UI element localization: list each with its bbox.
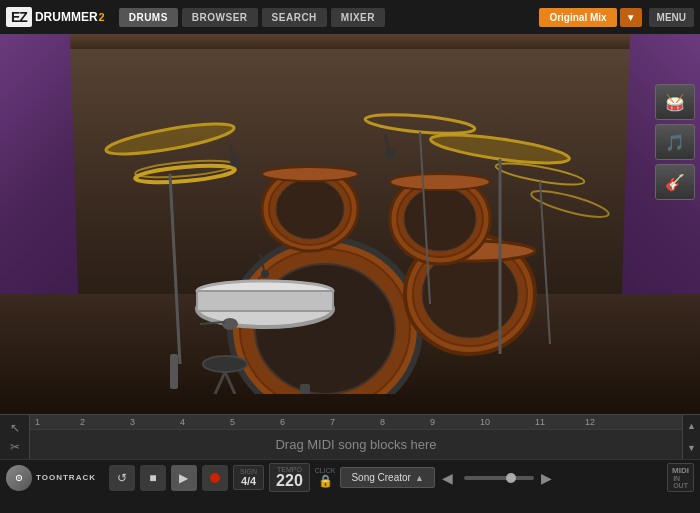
click-box: Click 🔒 [315,467,336,488]
scroll-up[interactable]: ▲ [687,421,696,431]
toontrack-logo: ⊙ TOONTRACK [6,465,96,491]
menu-button[interactable]: MENU [649,8,694,27]
hand-icon-button[interactable]: 🥁 [655,84,695,120]
volume-icon: ◀ [442,470,453,486]
svg-point-40 [222,318,238,330]
midi-label: MIDI [672,466,689,475]
ruler-11: 11 [535,417,545,427]
preset-name-button[interactable]: Original Mix [539,8,616,27]
sign-value: 4/4 [241,475,256,487]
tt-circle-text: ⊙ [15,473,23,483]
timeline-ruler: 1 2 3 4 5 6 7 8 9 10 11 12 Drag MIDI son… [30,415,682,459]
timeline: ↖ ✂ 1 2 3 4 5 6 7 8 9 10 11 12 Drag MIDI… [0,414,700,459]
transport-bar: ⊙ TOONTRACK ↺ ■ ▶ SIGN 4/4 TEMPO 220 Cli… [0,459,700,495]
ruler-10: 10 [480,417,490,427]
svg-rect-27 [197,291,333,311]
cursor-tool[interactable]: ↖ [10,421,20,435]
sign-label: SIGN [240,468,257,475]
ruler-7: 7 [330,417,335,427]
svg-line-44 [225,372,235,394]
volume-slider[interactable] [464,476,534,480]
record-button[interactable] [202,465,228,491]
nav-search[interactable]: SEARCH [262,8,327,27]
ruler-5: 5 [230,417,235,427]
song-creator-button[interactable]: Song Creator ▲ [340,467,434,488]
ruler-3: 3 [130,417,135,427]
svg-rect-29 [300,384,310,394]
ruler-4: 4 [180,417,185,427]
ruler-1: 1 [35,417,40,427]
loop-button[interactable]: ↺ [109,465,135,491]
logo-version: 2 [99,11,105,23]
tambourine-icon-button[interactable]: 🎸 [655,164,695,200]
svg-line-43 [215,372,225,394]
ruler-6: 6 [280,417,285,427]
preset-selector: Original Mix ▼ MENU [539,8,694,27]
ruler-2: 2 [80,417,85,427]
ruler-8: 8 [380,417,385,427]
svg-point-20 [390,174,490,190]
tempo-value: 220 [276,473,303,489]
song-creator-label: Song Creator [351,472,410,483]
svg-line-30 [170,174,180,364]
record-indicator [210,473,220,483]
svg-rect-28 [170,354,178,389]
logo-area: EZ DRUMMER 2 [6,7,105,27]
drop-zone[interactable]: Drag MIDI song blocks here [30,429,682,459]
right-panel-icons: 🥁 🎵 🎸 [655,84,695,200]
logo-drummer: DRUMMER [35,10,98,24]
tempo-box: TEMPO 220 [269,463,310,492]
stop-button[interactable]: ■ [140,465,166,491]
svg-point-19 [404,187,476,251]
timeline-controls-left: ↖ ✂ [0,415,30,459]
preset-dropdown-button[interactable]: ▼ [620,8,642,27]
ruler-12: 12 [585,417,595,427]
svg-point-24 [262,167,358,181]
in-out-label: INOUT [673,475,688,489]
ruler-9: 9 [430,417,435,427]
drum-kit-svg [70,54,630,394]
time-signature-box: SIGN 4/4 [233,465,264,490]
ruler-numbers: 1 2 3 4 5 6 7 8 9 10 11 12 [30,415,682,429]
scroll-down[interactable]: ▼ [687,443,696,453]
nav-mixer[interactable]: MIXER [331,8,385,27]
toontrack-text: TOONTRACK [36,473,96,482]
timeline-scroll: ▲ ▼ [682,415,700,459]
svg-point-23 [276,179,344,239]
header: EZ DRUMMER 2 DRUMS BROWSER SEARCH MIXER … [0,0,700,34]
logo-ez: EZ [6,7,32,27]
hand2-icon-button[interactable]: 🎵 [655,124,695,160]
volume-arrow: ▶ [541,470,552,486]
nav-drums[interactable]: DRUMS [119,8,178,27]
play-button[interactable]: ▶ [171,465,197,491]
nav-browser[interactable]: BROWSER [182,8,258,27]
click-icon: 🔒 [318,474,333,488]
drum-area: 🥁 🎵 🎸 [0,34,700,414]
toontrack-circle: ⊙ [6,465,32,491]
midi-box: MIDI INOUT [667,463,694,492]
svg-point-42 [203,356,247,372]
scissors-tool[interactable]: ✂ [10,440,20,454]
drum-kit-display [0,34,700,414]
song-creator-arrow: ▲ [415,473,424,483]
click-label: Click [315,467,336,474]
